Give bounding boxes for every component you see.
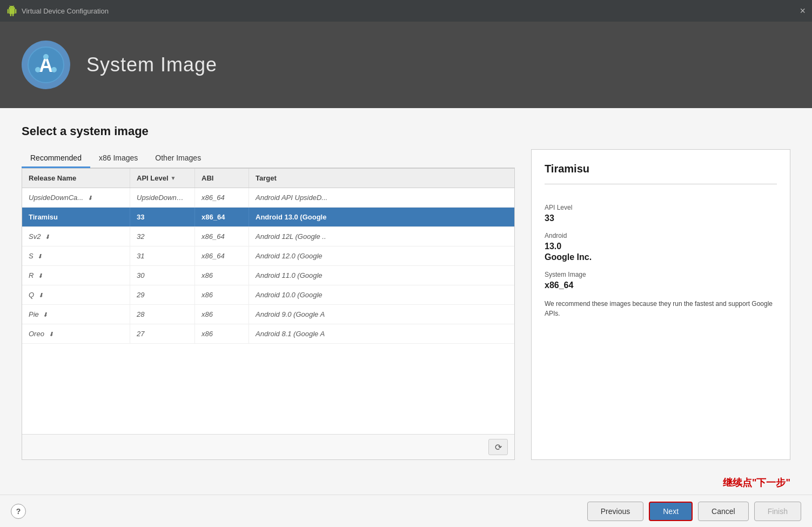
detail-name: Tiramisu [545, 163, 777, 175]
download-icon: ⬇ [45, 234, 50, 240]
refresh-button[interactable]: ⟳ [488, 439, 508, 455]
next-button[interactable]: Next [649, 502, 693, 521]
detail-android-value: 13.0 [545, 242, 777, 251]
detail-api-label: API Level [545, 204, 777, 211]
cancel-button[interactable]: Cancel [698, 502, 749, 521]
download-icon: ⬇ [88, 195, 92, 201]
col-target-label: Target [256, 174, 277, 182]
cell-target: Android 12L (Google .. [249, 227, 514, 246]
cell-api: 31 [130, 246, 195, 265]
section-title: Select a system image [22, 124, 790, 138]
table-row[interactable]: UpsideDownCa... ⬇ UpsideDownCake x86_64 … [22, 188, 514, 208]
cell-target: Android 9.0 (Google A [249, 305, 514, 324]
svg-point-3 [35, 67, 41, 72]
cell-release-name: R ⬇ [22, 266, 130, 285]
table-row[interactable]: Q ⬇ 29 x86 Android 10.0 (Google [22, 285, 514, 305]
download-icon: ⬇ [38, 292, 43, 298]
header-title: System Image [86, 54, 217, 76]
annotation-text: 继续点"下一步" [723, 477, 790, 488]
col-release-name-label: Release Name [29, 174, 76, 182]
table-row[interactable]: Sv2 ⬇ 32 x86_64 Android 12L (Google .. [22, 227, 514, 246]
table-row[interactable]: Oreo ⬇ 27 x86 Android 8.1 (Google A [22, 324, 514, 344]
header-logo: A [22, 41, 70, 89]
table-row[interactable]: S ⬇ 31 x86_64 Android 12.0 (Google [22, 246, 514, 266]
col-release-name: Release Name [22, 169, 130, 188]
cell-abi: x86_64 [195, 188, 249, 207]
bottom-bar: ? Previous Next Cancel Finish [0, 495, 812, 527]
close-button[interactable]: × [800, 6, 806, 16]
cell-target: Android 12.0 (Google [249, 246, 514, 265]
download-icon: ⬇ [49, 331, 53, 337]
table-footer: ⟳ [22, 434, 514, 459]
svg-point-4 [51, 67, 57, 72]
table-row[interactable]: R ⬇ 30 x86 Android 11.0 (Google [22, 266, 514, 285]
cell-target: Android 11.0 (Google [249, 266, 514, 285]
help-button[interactable]: ? [11, 504, 26, 519]
col-api-level[interactable]: API Level ▼ [130, 169, 195, 188]
cell-release-name: S ⬇ [22, 246, 130, 265]
main-columns: Recommended x86 Images Other Images Rele… [22, 149, 790, 460]
cell-api: 29 [130, 285, 195, 304]
cell-abi: x86 [195, 285, 249, 304]
tabs-container: Recommended x86 Images Other Images [22, 149, 515, 168]
table-row[interactable]: Pie ⬇ 28 x86 Android 9.0 (Google A [22, 305, 514, 324]
cell-target: Android 13.0 (Google [249, 208, 514, 226]
detail-description: We recommend these images because they r… [545, 299, 777, 318]
cell-api: 30 [130, 266, 195, 285]
table-body: UpsideDownCa... ⬇ UpsideDownCake x86_64 … [22, 188, 514, 434]
download-icon: ⬇ [43, 311, 48, 318]
cell-target: Android 8.1 (Google A [249, 324, 514, 343]
previous-button[interactable]: Previous [587, 502, 643, 521]
detail-sysimg-value: x86_64 [545, 281, 777, 290]
tab-recommended[interactable]: Recommended [22, 149, 90, 168]
detail-divider [545, 184, 777, 184]
android-title-icon [6, 5, 17, 16]
detail-api-value: 33 [545, 214, 777, 223]
detail-sysimg-label: System Image [545, 271, 777, 278]
cell-release-name: Pie ⬇ [22, 305, 130, 324]
cell-api: 28 [130, 305, 195, 324]
studio-logo-icon: A [27, 46, 65, 84]
cell-api: 32 [130, 227, 195, 246]
left-panel: Recommended x86 Images Other Images Rele… [22, 149, 515, 460]
detail-panel: Tiramisu API Level 33 Android 13.0 Googl… [531, 149, 790, 460]
cell-abi: x86 [195, 266, 249, 285]
bottom-left: ? [11, 504, 26, 519]
cell-release-name: Oreo ⬇ [22, 324, 130, 343]
table-row[interactable]: Tiramisu 33 x86_64 Android 13.0 (Google [22, 208, 514, 227]
title-bar-title: Virtual Device Configuration [22, 7, 109, 15]
col-abi: ABI [195, 169, 249, 188]
cell-abi: x86 [195, 305, 249, 324]
cell-api: UpsideDownCake [130, 188, 195, 207]
cell-abi: x86_64 [195, 208, 249, 226]
cell-abi: x86_64 [195, 246, 249, 265]
table-header: Release Name API Level ▼ ABI Target [22, 169, 514, 188]
finish-button[interactable]: Finish [754, 502, 801, 521]
svg-point-2 [43, 54, 49, 59]
tab-x86[interactable]: x86 Images [90, 149, 146, 168]
table-container: Release Name API Level ▼ ABI Target [22, 168, 515, 460]
cell-target: Android API UpsideD... [249, 188, 514, 207]
cell-abi: x86_64 [195, 227, 249, 246]
bottom-right: Previous Next Cancel Finish [587, 502, 801, 521]
sort-arrow-icon: ▼ [171, 175, 176, 181]
cell-release-name: Tiramisu [22, 208, 130, 226]
title-bar-left: Virtual Device Configuration [6, 5, 109, 16]
cell-target: Android 10.0 (Google [249, 285, 514, 304]
detail-vendor-value: Google Inc. [545, 252, 777, 262]
col-abi-label: ABI [202, 174, 213, 182]
tab-other[interactable]: Other Images [146, 149, 210, 168]
col-target: Target [249, 169, 514, 188]
col-api-level-label: API Level [137, 174, 169, 182]
content-area: Select a system image Recommended x86 Im… [0, 108, 812, 471]
download-icon: ⬇ [37, 253, 42, 259]
cell-api: 33 [130, 208, 195, 226]
cell-release-name: UpsideDownCa... ⬇ [22, 188, 130, 207]
detail-android-label: Android [545, 232, 777, 239]
main-window: Virtual Device Configuration × A System … [0, 0, 812, 527]
cell-api: 27 [130, 324, 195, 343]
annotation-area: 继续点"下一步" [0, 471, 812, 495]
title-bar: Virtual Device Configuration × [0, 0, 812, 22]
header-area: A System Image [0, 22, 812, 108]
download-icon: ⬇ [38, 272, 43, 279]
